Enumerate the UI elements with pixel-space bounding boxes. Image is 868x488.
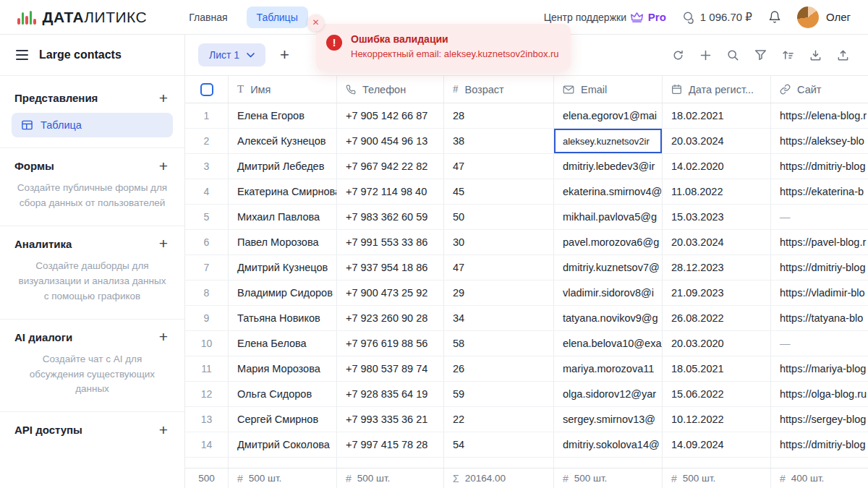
cell-name[interactable]: Ольга Сидоров [229, 382, 337, 406]
table-row[interactable]: 4 Екатерина Смирнова +7 972 114 98 40 45… [185, 179, 868, 205]
nav-item-tables[interactable]: Таблицы [247, 7, 308, 28]
cell-email[interactable]: ekaterina.smirnov4@ [554, 179, 663, 204]
add-ai-dialog-button[interactable]: + [157, 331, 170, 343]
cell-email[interactable]: dmitriy.lebedev3@ir [554, 154, 663, 179]
upload-button[interactable] [832, 44, 854, 66]
cell-age[interactable]: 22 [444, 407, 554, 432]
cell-date[interactable]: 20.03.2024 [663, 230, 771, 254]
cell-age[interactable]: 50 [444, 205, 554, 229]
nav-item-support[interactable]: Центр поддержки [544, 12, 626, 23]
cell-name[interactable]: Мария Морозова [229, 356, 337, 381]
column-header-name[interactable]: T Имя [229, 76, 337, 103]
column-header-date[interactable]: Дата регист... [663, 76, 771, 103]
cell-date[interactable]: 28.12.2023 [663, 255, 771, 280]
cell-email[interactable]: mariya.morozova11 [554, 356, 663, 381]
cell-email[interactable]: aleksey.kuznetsov2ir [554, 129, 663, 153]
cell-phone[interactable]: +7 900 454 96 13 [337, 129, 444, 153]
cell-site[interactable]: https://aleksey-blo [771, 129, 868, 153]
sort-button[interactable] [777, 44, 799, 66]
cell-email[interactable]: sergey.smirnov13@ [554, 407, 663, 432]
cell-email[interactable]: elena.belova10@exa [554, 331, 663, 356]
cell-phone[interactable]: +7 983 362 60 59 [337, 205, 444, 229]
add-sheet-button[interactable]: + [280, 46, 289, 64]
cell-date[interactable]: 18.02.2021 [663, 103, 771, 128]
cell-age[interactable]: 54 [444, 432, 554, 457]
cell-date[interactable]: 21.09.2023 [663, 281, 771, 305]
add-form-button[interactable]: + [157, 160, 170, 172]
cell-age[interactable]: 26 [444, 356, 554, 381]
cell-email[interactable]: dmitriy.sokolova14@ [554, 432, 663, 457]
cell-date[interactable]: 18.05.2021 [663, 356, 771, 381]
cell-site[interactable]: https://elena-blog.r [771, 103, 868, 128]
cell-name[interactable]: Алексей Кузнецов [229, 129, 337, 153]
add-row-button[interactable] [694, 44, 716, 66]
add-dashboard-button[interactable]: + [157, 238, 170, 249]
table-row[interactable]: 10 Елена Белова +7 976 619 88 56 58 elen… [185, 331, 868, 356]
table-row[interactable]: 11 Мария Морозова +7 980 537 89 74 26 ma… [185, 356, 868, 382]
hamburger-menu-icon[interactable] [16, 48, 28, 61]
filter-button[interactable] [749, 44, 771, 66]
cell-email[interactable]: pavel.morozova6@g [554, 230, 663, 254]
search-button[interactable] [722, 44, 744, 66]
cell-site[interactable]: https://dmitriy-blog [771, 432, 868, 457]
cell-site[interactable]: https://sergey-blog [771, 407, 868, 432]
cell-email[interactable]: tatyana.novikov9@g [554, 306, 663, 330]
cell-age[interactable]: 29 [444, 281, 554, 305]
cell-date[interactable]: 26.08.2022 [663, 306, 771, 330]
cell-email[interactable]: mikhail.pavlova5@g [554, 205, 663, 229]
table-row[interactable]: 2 Алексей Кузнецов +7 900 454 96 13 38 a… [185, 129, 868, 154]
cell-site[interactable]: https://dmitriy-blog [771, 154, 868, 179]
cell-name[interactable]: Сергей Смирнов [229, 407, 337, 432]
table-row[interactable]: 13 Сергей Смирнов +7 993 335 36 21 22 se… [185, 407, 868, 432]
cell-age[interactable]: 28 [444, 103, 554, 128]
cell-date[interactable]: 10.12.2022 [663, 407, 771, 432]
table-row[interactable]: 6 Павел Морозова +7 991 553 33 86 30 pav… [185, 230, 868, 255]
cell-email[interactable]: elena.egorov1@mai [554, 103, 663, 128]
table-row[interactable]: 1 Елена Егоров +7 905 142 66 87 28 elena… [185, 103, 868, 129]
cell-date[interactable]: 14.09.2024 [663, 432, 771, 457]
app-logo[interactable]: ДАТАЛИТИКС [17, 9, 147, 26]
cell-name[interactable]: Дмитрий Кузнецов [229, 255, 337, 280]
cell-name[interactable]: Елена Белова [229, 331, 337, 356]
pro-badge[interactable]: Pro [630, 11, 666, 23]
cell-phone[interactable]: +7 976 619 88 56 [337, 331, 444, 356]
add-api-key-button[interactable]: + [157, 424, 170, 436]
table-row[interactable]: 5 Михаил Павлова +7 983 362 60 59 50 mik… [185, 205, 868, 230]
table-row[interactable]: 3 Дмитрий Лебедев +7 967 942 22 82 47 dm… [185, 154, 868, 179]
cell-email[interactable]: dmitriy.kuznetsov7@ [554, 255, 663, 280]
table-row[interactable]: 14 Дмитрий Соколова +7 997 415 78 28 54 … [185, 432, 868, 458]
cell-name[interactable]: Павел Морозова [229, 230, 337, 254]
cell-age[interactable]: 47 [444, 255, 554, 280]
cell-phone[interactable]: +7 972 114 98 40 [337, 179, 444, 204]
footer-name-count[interactable]: # 500 шт. [229, 468, 337, 488]
cell-name[interactable]: Елена Егоров [229, 103, 337, 128]
cell-date[interactable]: 20.03.2024 [663, 129, 771, 153]
cell-date[interactable]: 11.08.2022 [663, 179, 771, 204]
cell-age[interactable]: 38 [444, 129, 554, 153]
footer-date-count[interactable]: # 500 шт. [663, 468, 771, 488]
notifications-button[interactable] [768, 10, 781, 24]
cell-site[interactable]: https://mariya-blog [771, 356, 868, 381]
cell-name[interactable]: Дмитрий Соколова [229, 432, 337, 457]
footer-phone-count[interactable]: # 500 шт. [337, 468, 444, 488]
cell-name[interactable]: Михаил Павлова [229, 205, 337, 229]
cell-age[interactable]: 34 [444, 306, 554, 330]
cell-site[interactable]: https://vladimir-blo [771, 281, 868, 305]
cell-phone[interactable]: +7 928 835 64 19 [337, 382, 444, 406]
balance[interactable]: 1 096.70 ₽ [682, 11, 752, 24]
add-view-button[interactable]: + [157, 93, 170, 104]
refresh-button[interactable] [667, 44, 689, 66]
table-row[interactable]: 9 Татьяна Новиков +7 923 260 90 28 34 ta… [185, 306, 868, 331]
cell-age[interactable]: 45 [444, 179, 554, 204]
table-row[interactable]: 8 Владимир Сидоров +7 900 473 25 92 29 v… [185, 281, 868, 306]
cell-phone[interactable]: +7 993 335 36 21 [337, 407, 444, 432]
select-all-checkbox[interactable] [200, 83, 213, 96]
cell-phone[interactable]: +7 900 473 25 92 [337, 281, 444, 305]
cell-site[interactable]: https://tatyana-blo [771, 306, 868, 330]
cell-date[interactable]: 15.03.2023 [663, 205, 771, 229]
cell-name[interactable]: Владимир Сидоров [229, 281, 337, 305]
cell-age[interactable]: 59 [444, 382, 554, 406]
cell-phone[interactable]: +7 937 954 18 86 [337, 255, 444, 280]
footer-age-sum[interactable]: Σ 20164.00 [444, 468, 554, 488]
footer-site-count[interactable]: # 400 шт. [771, 468, 868, 488]
